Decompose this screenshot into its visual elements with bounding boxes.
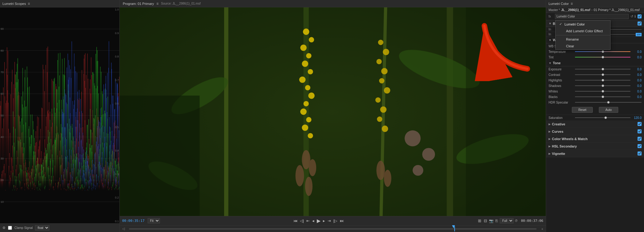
- lumetri-color-content: Master * JL__2986(1)_01.msf › 01 Primary…: [546, 7, 644, 232]
- tint-track: [575, 57, 630, 57]
- scopes-menu-icon[interactable]: ≡: [28, 2, 30, 6]
- svg-point-10: [302, 61, 308, 67]
- reset-icon[interactable]: ↺: [630, 14, 633, 18]
- play-btn[interactable]: ▶: [316, 218, 321, 224]
- contrast-thumb: [602, 73, 604, 76]
- contrast-slider[interactable]: [575, 73, 630, 77]
- wb-collapse-arrow: ▼: [549, 38, 552, 42]
- color-wheels-section: ▶ Color Wheels & Match: [546, 135, 644, 143]
- vignette-checkbox[interactable]: [638, 151, 642, 155]
- shadows-label: Shadows: [549, 84, 573, 88]
- whites-slider[interactable]: [575, 89, 630, 93]
- dropdown-item-rename[interactable]: Rename: [556, 36, 610, 43]
- timeline-end[interactable]: +: [541, 227, 543, 231]
- svg-point-29: [382, 126, 388, 132]
- highlights-row: Highlights 0.0: [546, 77, 644, 83]
- creative-checkbox[interactable]: [638, 122, 642, 126]
- creative-section: ▶ Creative: [546, 120, 644, 128]
- play-back-btn[interactable]: ◂: [312, 218, 315, 223]
- playhead: [454, 226, 455, 231]
- step-back-btn[interactable]: ◁|: [299, 218, 305, 223]
- insert-btn[interactable]: ⊞: [477, 218, 482, 223]
- blacks-thumb: [602, 96, 604, 98]
- color-wheels-checkbox[interactable]: [638, 137, 642, 141]
- exposure-slider[interactable]: [575, 67, 630, 71]
- exposure-thumb: [602, 68, 604, 70]
- exposure-label: Exposure: [549, 68, 573, 71]
- settings-icon[interactable]: ⚙: [2, 226, 6, 230]
- program-title: Program: 01 Primary: [123, 2, 154, 6]
- hsl-checkbox[interactable]: [638, 144, 642, 148]
- tone-section-header[interactable]: ▼ Tone: [546, 60, 644, 66]
- shadows-track: [575, 85, 630, 86]
- svg-point-16: [300, 108, 307, 115]
- export-btn[interactable]: ⎘: [495, 218, 499, 223]
- svg-point-43: [422, 148, 435, 161]
- program-menu-icon[interactable]: ≡: [156, 2, 158, 6]
- svg-point-8: [300, 45, 307, 51]
- contrast-label: Contrast: [549, 73, 573, 77]
- shadows-slider[interactable]: [575, 84, 630, 88]
- curves-checkbox[interactable]: [638, 129, 642, 133]
- svg-point-18: [302, 124, 308, 131]
- temperature-value: 0.0: [632, 50, 642, 53]
- contrast-row: Contrast 0.0: [546, 72, 644, 77]
- saturation-label: Saturation: [549, 116, 573, 120]
- color-wheels-header[interactable]: ▶ Color Wheels & Match: [546, 135, 644, 142]
- float-select[interactable]: float: [35, 225, 49, 230]
- hdr-specular-slider[interactable]: [575, 100, 642, 104]
- master-row: Master * JL__2986(1)_01.msf › 01 Primary…: [546, 7, 644, 13]
- timeline-bar[interactable]: ◁ +: [120, 225, 546, 232]
- play-fwd-btn[interactable]: ▸: [322, 218, 326, 223]
- curves-header[interactable]: ▶ Curves: [546, 128, 644, 135]
- scope-y-axis: 1.0 0.9 0.8 0.7 0.6 0.5 0.4 0.3 0.2 0.1: [110, 7, 119, 223]
- svg-point-26: [375, 97, 381, 103]
- tint-slider-container[interactable]: [575, 55, 630, 59]
- timeline-track[interactable]: [129, 228, 537, 230]
- creative-title: Creative: [552, 122, 638, 126]
- dropdown-item-lumetri[interactable]: ✓ Lumetri Color: [556, 21, 610, 28]
- auto-button[interactable]: Auto: [599, 107, 618, 113]
- to-in-point-btn[interactable]: ⏮: [293, 218, 298, 223]
- blacks-track: [575, 96, 630, 97]
- total-timecode: 00:00:37:06: [521, 219, 543, 223]
- camera-btn[interactable]: 📷: [489, 219, 494, 223]
- fit-select[interactable]: Fit: [148, 218, 160, 223]
- lumetri-scopes-panel: Lumetri Scopes ≡ 1.0 0.9 0.8 0.7 0.6 0.5…: [0, 0, 120, 232]
- tint-thumb: [602, 56, 604, 58]
- blacks-slider[interactable]: [575, 95, 630, 99]
- highlights-slider[interactable]: [575, 78, 630, 82]
- svg-point-12: [299, 77, 306, 83]
- highlights-label: Highlights: [549, 79, 573, 82]
- saturation-slider[interactable]: [575, 116, 630, 120]
- basic-correction-checkbox[interactable]: [638, 22, 642, 26]
- step-fwd-btn[interactable]: |▷: [333, 218, 338, 223]
- lumetri-color-menu-icon[interactable]: ≡: [571, 2, 573, 6]
- to-out-point-btn[interactable]: ⏭: [339, 218, 344, 223]
- svg-rect-40: [120, 96, 200, 216]
- svg-point-34: [376, 161, 385, 180]
- reset-button[interactable]: Reset: [572, 107, 593, 113]
- creative-header[interactable]: ▶ Creative: [546, 120, 644, 128]
- overwrite-btn[interactable]: ⊟: [483, 218, 488, 223]
- temperature-track: [575, 51, 630, 52]
- dropdown-item-add[interactable]: Add Lumetri Color Effect: [556, 28, 610, 34]
- temperature-slider-container[interactable]: [575, 49, 630, 54]
- info-icon[interactable]: ℹ: [634, 14, 636, 18]
- video-preview-area: [120, 7, 546, 216]
- vignette-header[interactable]: ▶ Vignette: [546, 150, 644, 157]
- saturation-row: Saturation 120.0: [546, 115, 644, 120]
- dropdown-item-clear[interactable]: Clear: [556, 43, 610, 49]
- clamp-signal-checkbox[interactable]: [8, 226, 12, 230]
- quality-select[interactable]: Full: [500, 218, 514, 223]
- trim-prev-btn[interactable]: ⇤: [306, 218, 310, 223]
- hsl-header[interactable]: ▶ HSL Secondary: [546, 143, 644, 150]
- clamp-signal-label: Clamp Signal: [14, 226, 33, 230]
- effect-select[interactable]: Lumetri Color: [555, 14, 629, 19]
- scopes-title: Lumetri Scopes: [2, 2, 26, 6]
- fx-enabled-checkbox[interactable]: [638, 14, 642, 18]
- svg-point-20: [378, 40, 383, 45]
- shadows-row: Shadows 0.0: [546, 83, 644, 88]
- creative-arrow: ▶: [549, 123, 551, 126]
- trim-next-btn[interactable]: ⇥: [327, 218, 332, 223]
